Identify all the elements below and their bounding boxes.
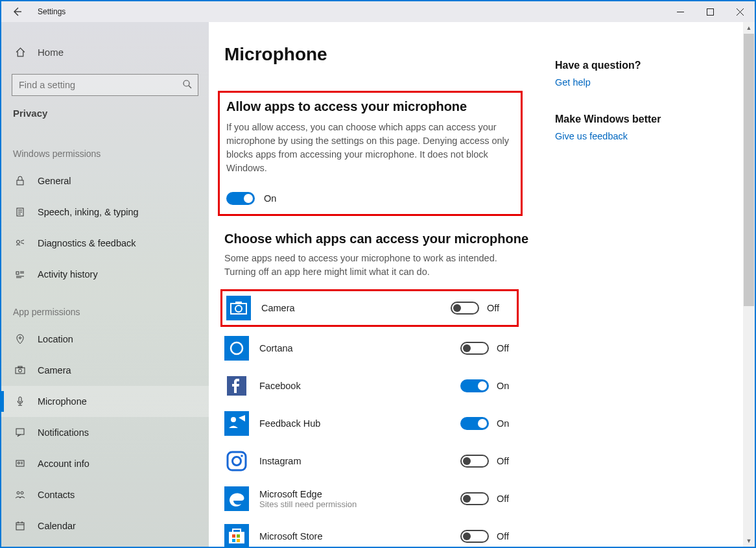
search-icon	[182, 79, 193, 89]
vertical-scrollbar[interactable]: ▲ ▼	[743, 22, 755, 547]
sidebar-home[interactable]: Home	[1, 36, 209, 67]
microphone-icon	[13, 396, 27, 407]
contacts-icon	[13, 490, 27, 500]
allow-description: If you allow access, you can choose whic…	[226, 121, 512, 175]
sidebar-home-label: Home	[38, 47, 64, 58]
svg-rect-36	[232, 539, 235, 542]
app-toggle-label: Off	[497, 456, 509, 466]
sidebar: Home Privacy Windows permissions General…	[1, 22, 209, 547]
give-feedback-link[interactable]: Give us feedback	[555, 131, 628, 141]
sidebar-item-label: General	[38, 176, 71, 186]
app-toggle-label: Off	[497, 531, 509, 542]
app-toggle-label: Off	[497, 343, 509, 353]
scroll-thumb[interactable]	[744, 34, 754, 306]
feedback-icon	[13, 238, 27, 248]
get-help-link[interactable]: Get help	[555, 77, 591, 88]
page-title: Microphone	[224, 44, 542, 65]
app-toggle[interactable]	[460, 342, 489, 355]
app-toggle[interactable]	[451, 302, 479, 315]
svg-rect-37	[237, 539, 240, 542]
app-name: Camera	[261, 303, 451, 313]
sidebar-item-contacts[interactable]: Contacts	[1, 479, 209, 510]
main-content: Microphone Allow apps to access your mic…	[209, 22, 555, 547]
sidebar-item-label: Camera	[38, 365, 71, 375]
minimize-button[interactable]	[665, 1, 695, 22]
svg-rect-35	[237, 534, 240, 538]
scroll-down-arrow[interactable]: ▼	[743, 535, 755, 547]
sidebar-item-activity[interactable]: Activity history	[1, 259, 209, 290]
app-name: Cortana	[259, 343, 460, 353]
app-icon	[224, 449, 249, 473]
sidebar-item-diagnostics[interactable]: Diagnostics & feedback	[1, 228, 209, 259]
svg-rect-25	[224, 411, 249, 436]
sidebar-item-general[interactable]: General	[1, 165, 209, 197]
group-label-windows-permissions: Windows permissions	[1, 132, 209, 165]
app-row: Microsoft StoreOff	[224, 518, 523, 547]
sidebar-item-label: Microphone	[38, 396, 87, 407]
title-bar: Settings	[1, 1, 755, 22]
sidebar-item-speech[interactable]: Speech, inking, & typing	[1, 197, 209, 228]
allow-toggle[interactable]	[226, 192, 255, 205]
svg-point-30	[241, 455, 243, 457]
svg-rect-12	[16, 460, 24, 466]
app-icon	[224, 411, 249, 436]
svg-rect-20	[235, 302, 242, 304]
clipboard-icon	[13, 207, 27, 217]
svg-rect-16	[16, 523, 24, 530]
question-heading: Have a question?	[555, 60, 727, 71]
allow-toggle-label: On	[264, 193, 276, 204]
sidebar-item-account[interactable]: Account info	[1, 448, 209, 479]
sidebar-item-microphone[interactable]: Microphone	[1, 386, 209, 417]
account-icon	[13, 459, 27, 469]
app-toggle-label: On	[497, 418, 509, 429]
arrow-left-icon	[12, 6, 22, 17]
sidebar-item-label: Calendar	[38, 521, 76, 531]
svg-rect-9	[18, 366, 22, 368]
svg-point-1	[183, 80, 189, 86]
sidebar-item-calendar[interactable]: Calendar	[1, 510, 209, 542]
app-icon	[226, 296, 251, 320]
close-button[interactable]	[725, 1, 755, 22]
app-row: Microsoft EdgeSites still need permissio…	[224, 480, 523, 518]
highlight-allow-section: Allow apps to access your microphone If …	[218, 91, 523, 216]
svg-point-4	[17, 241, 20, 244]
sidebar-item-notifications[interactable]: Notifications	[1, 417, 209, 448]
close-icon	[737, 8, 744, 16]
app-row: InstagramOff	[224, 442, 523, 480]
app-toggle-label: Off	[497, 494, 509, 504]
sidebar-item-camera[interactable]: Camera	[1, 355, 209, 386]
scroll-up-arrow[interactable]: ▲	[743, 22, 755, 34]
sidebar-item-label: Activity history	[38, 269, 98, 280]
svg-rect-10	[19, 397, 21, 402]
sidebar-category: Privacy	[1, 108, 209, 132]
lock-icon	[13, 176, 27, 186]
search-input[interactable]	[12, 74, 198, 96]
app-name: Microsoft Edge	[259, 489, 460, 499]
calendar-icon	[13, 521, 27, 531]
feedback-heading: Make Windows better	[555, 113, 727, 125]
home-icon	[13, 47, 27, 58]
aside-panel: Have a question? Get help Make Windows b…	[555, 22, 743, 547]
back-button[interactable]	[1, 1, 32, 22]
window-title: Settings	[38, 7, 65, 16]
app-toggle[interactable]	[460, 492, 489, 505]
sidebar-item-label: Account info	[38, 459, 89, 469]
sidebar-item-location[interactable]: Location	[1, 324, 209, 355]
svg-rect-0	[707, 8, 713, 15]
maximize-icon	[707, 8, 714, 16]
svg-point-13	[18, 462, 20, 464]
maximize-button[interactable]	[695, 1, 725, 22]
svg-rect-17	[226, 296, 251, 320]
svg-rect-7	[16, 368, 25, 374]
app-toggle[interactable]	[460, 417, 489, 430]
app-icon	[224, 486, 249, 511]
sidebar-item-label: Location	[38, 334, 73, 344]
app-toggle[interactable]	[460, 530, 489, 543]
app-toggle[interactable]	[460, 455, 489, 468]
svg-rect-34	[232, 534, 235, 538]
app-icon	[224, 336, 249, 361]
svg-point-6	[19, 337, 21, 339]
allow-heading: Allow apps to access your microphone	[226, 99, 514, 114]
app-toggle[interactable]	[460, 379, 489, 392]
app-name: Microsoft Store	[259, 531, 460, 542]
